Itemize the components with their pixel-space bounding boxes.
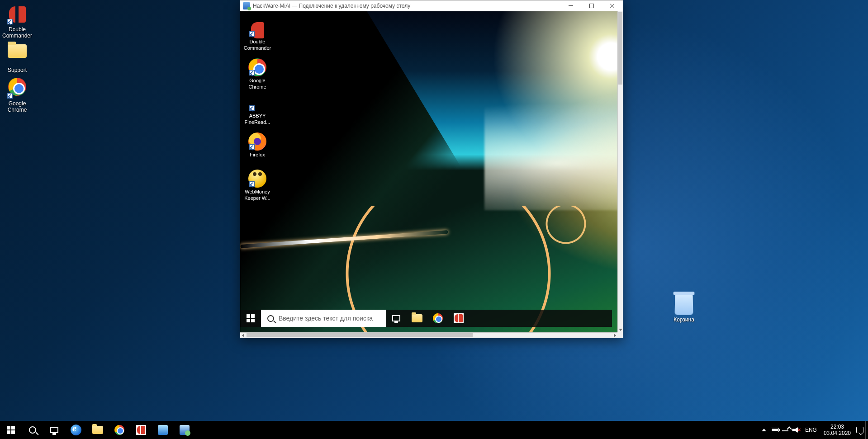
shortcut-badge-icon — [7, 19, 13, 24]
taskbar-chrome-button[interactable] — [109, 421, 130, 439]
desktop-icon-label: ABBYYFineRead... — [241, 113, 274, 125]
shortcut-badge-icon — [249, 144, 255, 150]
desktop-icon-label: Firefox — [241, 151, 274, 158]
app-icon — [158, 425, 168, 435]
shortcut-badge-icon — [249, 31, 255, 37]
scroll-left-button[interactable] — [240, 333, 246, 338]
close-button[interactable] — [602, 0, 623, 11]
desktop-icon-double-commander[interactable]: DoubleCommander — [0, 4, 34, 35]
chrome-icon — [433, 313, 443, 323]
shortcut-badge-icon — [249, 181, 255, 187]
windows-logo-icon — [7, 426, 15, 434]
desktop-icon-double-commander[interactable]: DoubleCommander — [241, 19, 274, 55]
volume-status[interactable]: × — [791, 421, 802, 439]
remote-taskbar-chrome-button[interactable] — [427, 310, 448, 327]
taskbar-start-button[interactable] — [0, 421, 22, 439]
host-desktop[interactable]: DoubleCommanderSupportGoogleChrome Корзи… — [0, 0, 868, 439]
minimize-button[interactable] — [560, 0, 581, 11]
task-view-icon — [392, 315, 400, 321]
remote-search-box[interactable]: Введите здесь текст для поиска — [261, 310, 386, 327]
host-taskbar[interactable]: × ENG 22:03 03.04.2020 — [0, 421, 868, 439]
desktop-icon-support[interactable]: Support — [0, 40, 34, 71]
shortcut-badge-icon — [249, 105, 255, 111]
file-explorer-icon — [412, 314, 422, 322]
desktop-icon-label: DoubleCommander — [0, 26, 34, 39]
desktop-icon-google-chrome[interactable]: GoogleChrome — [241, 57, 274, 92]
taskbar-file-explorer-button[interactable] — [87, 421, 109, 439]
taskbar-search-button[interactable] — [22, 421, 43, 439]
scroll-down-button[interactable] — [618, 327, 623, 332]
double-commander-icon — [136, 425, 146, 435]
language-indicator[interactable]: ENG — [802, 421, 820, 439]
search-icon — [29, 426, 36, 434]
remote-taskbar[interactable]: Введите здесь текст для поиска — [240, 310, 612, 327]
desktop-icon-firefox[interactable]: Firefox — [241, 131, 274, 166]
double-commander-icon — [454, 313, 464, 323]
desktop-icon-label: Support — [0, 67, 34, 73]
recycle-bin-label: Корзина — [667, 316, 701, 323]
clock-time: 22:03 — [824, 424, 851, 430]
rdp-vertical-scrollbar[interactable] — [617, 11, 623, 332]
rdp-client-area: DoubleCommanderGoogleChromeABBYYFineRead… — [240, 11, 623, 338]
muted-icon: × — [797, 427, 801, 433]
shortcut-badge-icon — [249, 70, 255, 76]
support-icon — [8, 44, 27, 58]
remote-desktop[interactable]: DoubleCommanderGoogleChromeABBYYFineRead… — [240, 11, 617, 332]
rdp-titlebar[interactable]: HackWare-MiAl — Подключение к удаленному… — [240, 0, 623, 11]
taskbar-rdp-button[interactable] — [174, 421, 195, 439]
maximize-icon — [589, 4, 594, 8]
rdp-horizontal-scrollbar[interactable] — [240, 332, 617, 338]
chevron-up-icon — [762, 429, 766, 431]
file-explorer-icon — [92, 426, 103, 434]
windows-logo-icon — [247, 314, 255, 322]
vertical-scroll-thumb[interactable] — [618, 12, 622, 85]
taskbar-double-commander-button[interactable] — [130, 421, 152, 439]
search-icon — [267, 315, 274, 322]
clock-date: 03.04.2020 — [824, 430, 851, 436]
taskbar-edge-button[interactable] — [65, 421, 87, 439]
system-tray[interactable]: × ENG 22:03 03.04.2020 — [759, 421, 868, 439]
recycle-bin[interactable]: Корзина — [667, 294, 701, 326]
minimize-icon — [569, 5, 573, 6]
show-desktop-button[interactable] — [865, 421, 868, 439]
horizontal-scroll-thumb[interactable] — [247, 333, 473, 337]
desktop-icon-webmoney[interactable]: WebMoneyKeeper W... — [241, 168, 274, 203]
desktop-icon-label: GoogleChrome — [241, 77, 274, 90]
edge-icon — [71, 425, 81, 435]
remote-taskbar-double-commander-button[interactable] — [448, 310, 469, 327]
clock[interactable]: 22:03 03.04.2020 — [820, 424, 854, 436]
remote-taskbar-file-explorer-button[interactable] — [407, 310, 427, 327]
taskbar-app1-button[interactable] — [152, 421, 174, 439]
remote-taskbar-task-view-button[interactable] — [386, 310, 407, 327]
remote-wallpaper — [240, 11, 617, 332]
remote-search-placeholder: Введите здесь текст для поиска — [279, 315, 373, 322]
remote-start-button[interactable] — [240, 310, 261, 327]
desktop-icon-abbyy-finereader[interactable]: ABBYYFineRead... — [241, 94, 274, 129]
desktop-icon-label: WebMoneyKeeper W... — [241, 189, 274, 201]
taskbar-task-view-button[interactable] — [43, 421, 65, 439]
close-icon — [610, 3, 615, 9]
recycle-bin-icon — [674, 294, 693, 315]
battery-icon — [771, 428, 779, 432]
action-center-icon — [856, 427, 863, 433]
rdp-icon — [180, 425, 190, 435]
shortcut-badge-icon — [7, 93, 13, 99]
desktop-icon-google-chrome[interactable]: GoogleChrome — [0, 76, 34, 108]
maximize-button[interactable] — [581, 0, 602, 11]
task-view-icon — [50, 427, 58, 433]
desktop-icon-label: GoogleChrome — [0, 100, 34, 113]
desktop-icon-label: DoubleCommander — [241, 38, 274, 51]
rdp-app-icon — [243, 2, 250, 9]
scroll-right-button[interactable] — [612, 333, 617, 338]
network-status[interactable] — [780, 421, 791, 439]
network-icon — [782, 427, 789, 433]
action-center-button[interactable] — [854, 421, 865, 439]
rdp-window-title: HackWare-MiAl — Подключение к удаленному… — [253, 3, 410, 9]
chrome-icon — [114, 425, 124, 435]
battery-status[interactable] — [769, 421, 780, 439]
rdp-window[interactable]: HackWare-MiAl — Подключение к удаленному… — [240, 0, 623, 338]
tray-overflow-button[interactable] — [759, 421, 769, 439]
